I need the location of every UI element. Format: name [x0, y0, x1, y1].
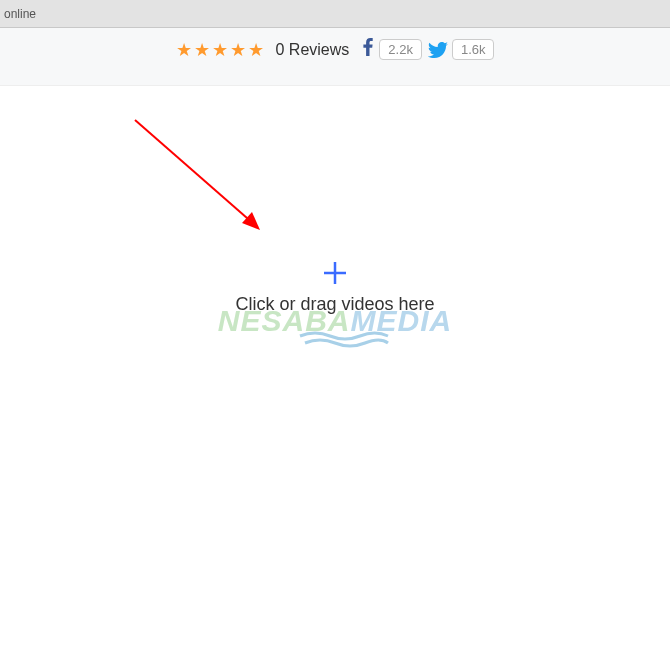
facebook-share[interactable]: 2.2k — [361, 38, 422, 61]
video-dropzone[interactable]: Click or drag videos here — [0, 260, 670, 315]
watermark-wave-icon — [0, 330, 670, 352]
browser-tab-bar: online — [0, 0, 670, 28]
twitter-icon — [428, 42, 448, 58]
svg-line-2 — [135, 120, 255, 225]
star-icon: ★ — [194, 39, 210, 61]
page-header: ★ ★ ★ ★ ★ 0 Reviews 2.2k 1.6k — [0, 28, 670, 86]
dropzone-prompt: Click or drag videos here — [0, 294, 670, 315]
twitter-share[interactable]: 1.6k — [428, 39, 495, 60]
reviews-count[interactable]: 0 Reviews — [276, 41, 350, 59]
svg-marker-3 — [242, 212, 260, 230]
rating-row: ★ ★ ★ ★ ★ 0 Reviews 2.2k 1.6k — [0, 38, 670, 61]
star-icon: ★ — [176, 39, 192, 61]
facebook-count: 2.2k — [379, 39, 422, 60]
tab-title: online — [0, 7, 36, 21]
annotation-arrow-icon — [130, 115, 280, 249]
star-icon: ★ — [248, 39, 264, 61]
star-rating: ★ ★ ★ ★ ★ — [176, 39, 264, 61]
facebook-icon — [361, 38, 375, 61]
plus-icon — [322, 260, 348, 290]
twitter-count: 1.6k — [452, 39, 495, 60]
star-icon: ★ — [230, 39, 246, 61]
star-icon: ★ — [212, 39, 228, 61]
